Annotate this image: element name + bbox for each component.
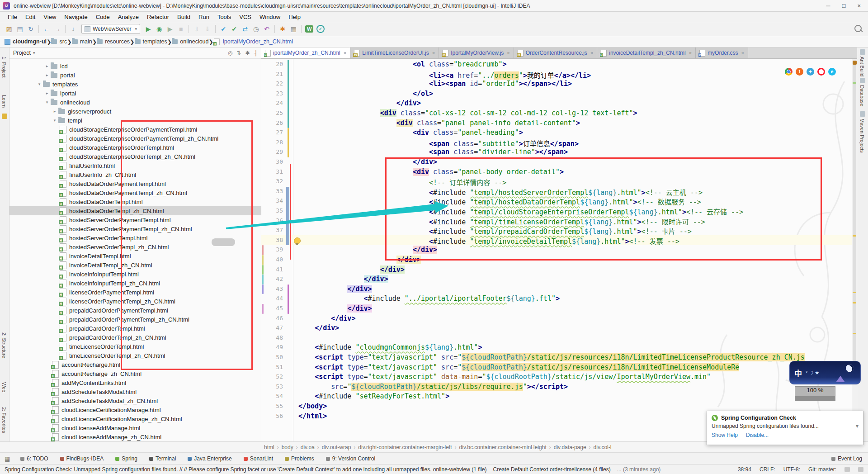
stop-icon[interactable]: ■ bbox=[175, 24, 186, 34]
tree-item-timeLicenseOrderTempl-html[interactable]: timeLicenseOrderTempl.html bbox=[9, 342, 262, 351]
breadcrumb-item-3[interactable]: resources bbox=[97, 38, 130, 45]
tree-item-timeLicenseOrderTempl_zh_CN-html[interactable]: timeLicenseOrderTempl_zh_CN.html bbox=[9, 351, 262, 360]
chevron-collapsed-icon[interactable]: ▸ bbox=[44, 73, 50, 77]
chevron-expanded-icon[interactable]: ▾ bbox=[52, 118, 57, 123]
editor-tab-4[interactable]: invoiceDetailTempl_zh_CN.html× bbox=[597, 47, 696, 58]
tree-item-prepaidCardOrderPaymentTempl-html[interactable]: prepaidCardOrderPaymentTempl.html bbox=[9, 306, 262, 315]
chrome-browser-icon[interactable] bbox=[785, 68, 793, 76]
run-configuration-select[interactable]: WebViewServer▾ bbox=[81, 24, 140, 34]
menu-item-build[interactable]: Build bbox=[173, 14, 194, 20]
code-line-38[interactable]: <#include "templ/invoiceDetailTempl${lan… bbox=[298, 236, 679, 246]
menu-item-vcs[interactable]: VCS bbox=[235, 14, 255, 20]
tree-item-hostedServerOrderPaymentTempl-html[interactable]: hostedServerOrderPaymentTempl.html bbox=[9, 215, 262, 224]
back-icon[interactable]: ← bbox=[41, 24, 52, 34]
code-line-23[interactable]: </ol> bbox=[298, 90, 433, 98]
editor-tab-1[interactable]: LimitTimeLicenseOrderUI.js× bbox=[350, 47, 439, 58]
encoding-indicator[interactable]: UTF-8: bbox=[783, 466, 800, 473]
tree-item-addScheduleTaskModal_zh_CN-html[interactable]: addScheduleTaskModal_zh_CN.html bbox=[9, 396, 262, 405]
project-panel-title[interactable]: Project bbox=[13, 50, 31, 56]
tree-item-cloudStorageEnterpriseOrderPaymentTempl_zh_CN-html[interactable]: cloudStorageEnterpriseOrderPaymentTempl_… bbox=[9, 134, 262, 143]
code-line-54[interactable]: <#include "setReadyForTest.html"> bbox=[298, 392, 449, 400]
code-line-39[interactable]: </div> bbox=[298, 246, 437, 254]
chevron-expanded-icon[interactable]: ▾ bbox=[37, 82, 42, 86]
code-line-26[interactable]: <div class="panel panel-info detail-cont… bbox=[298, 119, 580, 127]
tree-item-onlinecloud[interactable]: ▾onlinecloud bbox=[9, 98, 262, 107]
highlighting-level-icon[interactable] bbox=[844, 467, 850, 472]
tree-item-addScheduleTaskModal-html[interactable]: addScheduleTaskModal.html bbox=[9, 387, 262, 396]
code-line-36[interactable]: <#include "templ/timeLicenseOrderTempl${… bbox=[298, 217, 705, 226]
breadcrumb-element[interactable]: div.right-container.container-margin-lef… bbox=[358, 444, 452, 450]
breadcrumb-item-5[interactable]: onlinecloud bbox=[172, 38, 208, 45]
tool-window-button-sonarlint[interactable]: SonarLint bbox=[244, 455, 273, 462]
tool-button-web[interactable]: Web bbox=[1, 382, 7, 392]
tree-item-finalUserInfo-html[interactable]: finalUserInfo.html bbox=[9, 161, 262, 170]
tab-close-icon[interactable]: × bbox=[741, 50, 744, 56]
tree-item-hostedDataOrderPaymentTempl_zh_CN-html[interactable]: hostedDataOrderPaymentTempl_zh_CN.html bbox=[9, 188, 262, 197]
breadcrumb-item-4[interactable]: templates bbox=[135, 38, 167, 45]
annotate-icon[interactable]: ↓ bbox=[68, 24, 79, 34]
open-icon[interactable]: ▨ bbox=[4, 24, 14, 34]
ie-browser-icon[interactable]: e bbox=[828, 68, 836, 76]
tree-item-cloudLicenseAddManage-html[interactable]: cloudLicenseAddManage.html bbox=[9, 423, 262, 432]
code-line-22[interactable]: <li><span id="orderId"></span></li> bbox=[298, 80, 572, 88]
safari-browser-icon[interactable]: ✦ bbox=[807, 68, 814, 76]
tree-item-gisserverproduct[interactable]: ▸gisserverproduct bbox=[9, 107, 262, 116]
tree-item-prepaidCardOrderTempl-html[interactable]: prepaidCardOrderTempl.html bbox=[9, 324, 262, 333]
tree-item-licenseOrderPaymentTempl_zh_CN-html[interactable]: licenseOrderPaymentTempl_zh_CN.html bbox=[9, 297, 262, 306]
sync-icon[interactable]: ↻ bbox=[25, 24, 36, 34]
rollback-icon[interactable]: ↶ bbox=[261, 24, 272, 34]
tree-item-hostedDataOrderTempl_zh_CN-html[interactable]: hostedDataOrderTempl_zh_CN.html bbox=[9, 206, 262, 215]
expand-chevron-icon[interactable]: ▾ bbox=[856, 423, 859, 429]
tree-item-finalUserInfo_zh_CN-html[interactable]: finalUserInfo_zh_CN.html bbox=[9, 170, 262, 179]
inspections-ok-icon[interactable]: ✔ bbox=[316, 25, 325, 33]
markdown-icon[interactable]: W bbox=[305, 25, 313, 33]
inspection-indicator-icon[interactable] bbox=[853, 61, 857, 65]
code-line-47[interactable]: </div> bbox=[298, 324, 339, 332]
save-icon[interactable]: ▤ bbox=[14, 24, 25, 34]
code-line-30[interactable]: </div> bbox=[298, 158, 437, 166]
tool-window-button-java-ee[interactable]: Java Enterprise bbox=[188, 455, 231, 462]
menu-item-view[interactable]: View bbox=[39, 14, 60, 20]
breadcrumb-element[interactable]: div.bc.container.container-minHeight bbox=[459, 444, 547, 450]
code-line-42[interactable]: </div> bbox=[298, 275, 388, 283]
tree-item-cloudLicenceCertificationManage_zh_CN-html[interactable]: cloudLicenceCertificationManage_zh_CN.ht… bbox=[9, 414, 262, 423]
editor-tab-0[interactable]: iportalMyOrder_zh_CN.html× bbox=[261, 47, 350, 58]
menu-item-help[interactable]: Help bbox=[284, 14, 305, 20]
tree-item-invoiceDetailTempl-html[interactable]: invoiceDetailTempl.html bbox=[9, 251, 262, 261]
settings-wrench-icon[interactable]: ✱ bbox=[277, 24, 288, 34]
code-line-37[interactable]: <#include "templ/prepaidCardOrderTempl${… bbox=[298, 226, 692, 236]
code-line-27[interactable]: <div class="panel-heading"> bbox=[298, 128, 523, 137]
vcs-commit-icon[interactable]: ✔ bbox=[229, 24, 240, 34]
intention-bulb-icon[interactable] bbox=[294, 237, 301, 244]
tree-item-cloudLicenceCertificationManage-html[interactable]: cloudLicenceCertificationManage.html bbox=[9, 405, 262, 414]
tree-item-cloudLicenseAddManage_zh_CN-html[interactable]: cloudLicenseAddManage_zh_CN.html bbox=[9, 432, 262, 441]
opera-browser-icon[interactable] bbox=[817, 68, 825, 76]
chevron-collapsed-icon[interactable]: ▸ bbox=[52, 109, 57, 114]
tree-item-templates[interactable]: ▾templates bbox=[9, 80, 262, 89]
show-help-link[interactable]: Show Help bbox=[712, 432, 738, 438]
chevron-collapsed-icon[interactable]: ▸ bbox=[44, 64, 50, 68]
code-line-45[interactable]: </div> bbox=[298, 304, 372, 313]
chevron-expanded-icon[interactable]: ▾ bbox=[44, 100, 50, 104]
tree-item-cloudStorageEnterpriseOrderPaymentTempl-html[interactable]: cloudStorageEnterpriseOrderPaymentTempl.… bbox=[9, 125, 262, 134]
code-line-55[interactable]: </body> bbox=[298, 402, 327, 410]
tree-item-portal[interactable]: ▸portal bbox=[9, 71, 262, 80]
tree-item-invoiceInfoInputTempl-html[interactable]: invoiceInfoInputTempl.html bbox=[9, 270, 262, 279]
disable-link[interactable]: Disable... bbox=[746, 432, 769, 438]
menu-item-run[interactable]: Run bbox=[194, 14, 213, 20]
menu-item-code[interactable]: Code bbox=[92, 14, 114, 20]
tool-button-structure[interactable]: 2: Structure bbox=[1, 332, 7, 358]
code-line-51[interactable]: <script type="text/javascript" src="${cl… bbox=[298, 363, 739, 371]
code-line-53[interactable]: src="${cloudRootPath}/static/js/libs/req… bbox=[298, 383, 568, 391]
code-line-20[interactable]: <ol class="breadcrumb"> bbox=[298, 60, 507, 68]
tree-item-iportal[interactable]: ▸iportal bbox=[9, 89, 262, 98]
search-icon[interactable] bbox=[854, 25, 862, 32]
breadcrumb-element[interactable]: div.data-page bbox=[554, 444, 586, 450]
tree-item-lcd[interactable]: ▸lcd bbox=[9, 62, 262, 71]
code-line-21[interactable]: <li><a href="../orders">我的订单</a></li> bbox=[298, 70, 591, 80]
tool-window-button-spring[interactable]: Spring bbox=[115, 455, 137, 462]
tree-item-hostedServerOrderPaymentTempl_zh_CN-html[interactable]: hostedServerOrderPaymentTempl_zh_CN.html bbox=[9, 224, 262, 233]
code-line-40[interactable]: </div> bbox=[298, 256, 421, 264]
tree-item-prepaidCardOrderTempl_zh_CN-html[interactable]: prepaidCardOrderTempl_zh_CN.html bbox=[9, 333, 262, 342]
code-line-29[interactable]: <span class="divider-line"></span> bbox=[298, 148, 568, 156]
